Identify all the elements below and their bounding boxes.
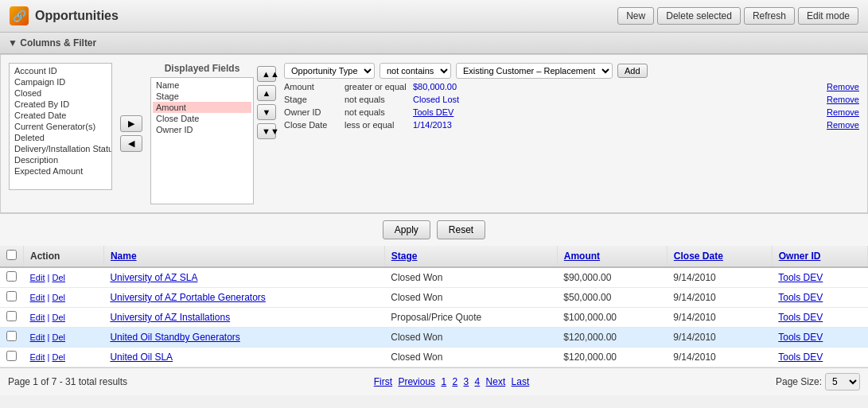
field-item[interactable]: Closed bbox=[11, 87, 110, 99]
remove-filter-ownerid[interactable]: Remove bbox=[827, 107, 859, 117]
filter-add-row: Opportunity Type Amount Stage Owner ID C… bbox=[284, 63, 859, 79]
table-row: Edit | Del United Oil SLA Closed Won $12… bbox=[0, 348, 868, 367]
filter-operator-label-ownerid: not equals bbox=[344, 107, 408, 117]
del-link-2[interactable]: Del bbox=[52, 313, 65, 322]
first-page-link[interactable]: First bbox=[374, 376, 392, 387]
row-name-cell: University of AZ Portable Generators bbox=[103, 288, 384, 308]
filter-value-ownerid[interactable]: Tools DEV bbox=[413, 107, 453, 117]
field-item[interactable]: Delivery/Installation Status bbox=[11, 143, 110, 154]
row-action-cell: Edit | Del bbox=[24, 288, 104, 308]
opportunity-name-link-1[interactable]: University of AZ Portable Generators bbox=[110, 292, 265, 303]
closedate-sort-link[interactable]: Close Date bbox=[674, 251, 723, 262]
filter-body: Account ID Campaign ID Closed Created By… bbox=[0, 54, 868, 213]
row-checkbox-0[interactable] bbox=[6, 271, 17, 282]
filter-field-select-0[interactable]: Opportunity Type Amount Stage Owner ID C… bbox=[284, 63, 375, 79]
add-filter-button[interactable]: Add bbox=[617, 64, 648, 78]
page-size-area: Page Size: 5 10 20 50 bbox=[776, 373, 860, 391]
owner-link-3[interactable]: Tools DEV bbox=[778, 332, 823, 343]
page-size-select[interactable]: 5 10 20 50 bbox=[825, 373, 860, 391]
columns-filter-header[interactable]: ▼ Columns & Filter bbox=[0, 33, 868, 54]
available-fields-list[interactable]: Account ID Campaign ID Closed Created By… bbox=[9, 63, 112, 190]
displayed-field-closedate[interactable]: Close Date bbox=[153, 113, 251, 124]
remove-filter-closedate[interactable]: Remove bbox=[827, 120, 859, 130]
page-4-link[interactable]: 4 bbox=[475, 376, 481, 387]
select-all-checkbox[interactable] bbox=[6, 250, 17, 260]
move-up-button[interactable]: ▲ bbox=[257, 85, 276, 101]
del-link-4[interactable]: Del bbox=[52, 352, 65, 362]
reset-button[interactable]: Reset bbox=[437, 220, 485, 239]
new-button[interactable]: New bbox=[617, 7, 654, 25]
last-page-link[interactable]: Last bbox=[512, 376, 530, 387]
row-action-cell: Edit | Del bbox=[24, 348, 104, 367]
remove-filter-amount[interactable]: Remove bbox=[827, 82, 859, 91]
row-checkbox-2[interactable] bbox=[6, 311, 17, 321]
apply-button[interactable]: Apply bbox=[383, 220, 430, 239]
field-item[interactable]: Deleted bbox=[11, 132, 110, 143]
field-item[interactable]: Created By ID bbox=[11, 99, 110, 110]
next-page-link[interactable]: Next bbox=[486, 376, 506, 387]
edit-link-2[interactable]: Edit bbox=[30, 313, 45, 322]
edit-link-1[interactable]: Edit bbox=[30, 293, 45, 302]
row-checkbox-3[interactable] bbox=[6, 331, 17, 341]
del-link-3[interactable]: Del bbox=[52, 332, 65, 342]
row-checkbox-1[interactable] bbox=[6, 291, 17, 301]
edit-link-4[interactable]: Edit bbox=[30, 352, 45, 362]
move-left-button[interactable]: ◀ bbox=[120, 135, 142, 152]
field-item[interactable]: Description bbox=[11, 154, 110, 165]
del-link-0[interactable]: Del bbox=[52, 273, 65, 282]
row-ownerid-cell: Tools DEV bbox=[772, 328, 867, 348]
refresh-button[interactable]: Refresh bbox=[744, 7, 795, 25]
opportunity-name-link-2[interactable]: University of AZ Installations bbox=[110, 312, 230, 323]
table-row: Edit | Del United Oil Standby Generators… bbox=[0, 328, 868, 348]
displayed-field-stage[interactable]: Stage bbox=[153, 91, 251, 102]
filter-value-select-0[interactable]: Existing Customer – Replacement New Cust… bbox=[456, 63, 613, 79]
move-down-button[interactable]: ▼ bbox=[257, 104, 276, 120]
edit-link-0[interactable]: Edit bbox=[30, 273, 45, 282]
row-closedate-cell: 9/14/2010 bbox=[667, 348, 772, 367]
field-item[interactable]: Expected Amount bbox=[11, 165, 110, 177]
previous-page-link[interactable]: Previous bbox=[398, 376, 435, 387]
field-item[interactable]: Campaign ID bbox=[11, 76, 110, 87]
filter-field-label-amount: Amount bbox=[284, 82, 340, 91]
page-3-link[interactable]: 3 bbox=[464, 376, 469, 387]
edit-del-actions: Edit | Del bbox=[30, 332, 65, 342]
displayed-field-amount[interactable]: Amount bbox=[153, 102, 251, 113]
row-closedate-cell: 9/14/2010 bbox=[667, 267, 772, 288]
row-checkbox-4[interactable] bbox=[6, 351, 17, 361]
opportunity-name-link-3[interactable]: United Oil Standby Generators bbox=[110, 332, 239, 343]
filter-operator-label-closedate: less or equal bbox=[344, 120, 408, 130]
edit-link-3[interactable]: Edit bbox=[30, 332, 45, 342]
row-checkbox-cell bbox=[0, 308, 24, 328]
row-ownerid-cell: Tools DEV bbox=[772, 288, 867, 308]
move-bottom-button[interactable]: ▼▼ bbox=[257, 123, 276, 139]
remove-filter-stage[interactable]: Remove bbox=[827, 95, 859, 104]
opportunity-name-link-4[interactable]: United Oil SLA bbox=[110, 352, 173, 363]
displayed-field-ownerid[interactable]: Owner ID bbox=[153, 124, 251, 135]
owner-link-1[interactable]: Tools DEV bbox=[778, 292, 823, 303]
edit-mode-button[interactable]: Edit mode bbox=[798, 7, 858, 25]
owner-link-0[interactable]: Tools DEV bbox=[778, 272, 823, 283]
name-sort-link[interactable]: Name bbox=[111, 251, 137, 262]
owner-link-2[interactable]: Tools DEV bbox=[778, 312, 823, 323]
ownerid-sort-link[interactable]: Owner ID bbox=[779, 251, 821, 262]
field-item[interactable]: Account ID bbox=[11, 65, 110, 76]
filter-operator-select-0[interactable]: not contains contains equals not equals bbox=[380, 63, 451, 79]
row-name-cell: University of AZ SLA bbox=[103, 267, 384, 288]
move-right-button[interactable]: ▶ bbox=[120, 115, 142, 132]
move-top-button[interactable]: ▲▲ bbox=[257, 66, 276, 82]
field-item[interactable]: Current Generator(s) bbox=[11, 121, 110, 132]
row-checkbox-cell bbox=[0, 288, 24, 308]
displayed-fields-list[interactable]: Name Stage Amount Close Date Owner ID bbox=[150, 77, 254, 204]
opportunity-name-link-0[interactable]: University of AZ SLA bbox=[110, 272, 197, 283]
page-2-link[interactable]: 2 bbox=[452, 376, 457, 387]
page-1-link[interactable]: 1 bbox=[441, 376, 446, 387]
delete-selected-button[interactable]: Delete selected bbox=[657, 7, 741, 25]
del-link-1[interactable]: Del bbox=[52, 293, 65, 302]
displayed-field-name[interactable]: Name bbox=[153, 80, 251, 91]
edit-del-actions: Edit | Del bbox=[30, 273, 65, 282]
owner-link-4[interactable]: Tools DEV bbox=[778, 352, 823, 363]
amount-sort-link[interactable]: Amount bbox=[564, 251, 600, 262]
row-ownerid-cell: Tools DEV bbox=[772, 348, 867, 367]
field-item[interactable]: Created Date bbox=[11, 110, 110, 121]
stage-sort-link[interactable]: Stage bbox=[391, 251, 418, 262]
